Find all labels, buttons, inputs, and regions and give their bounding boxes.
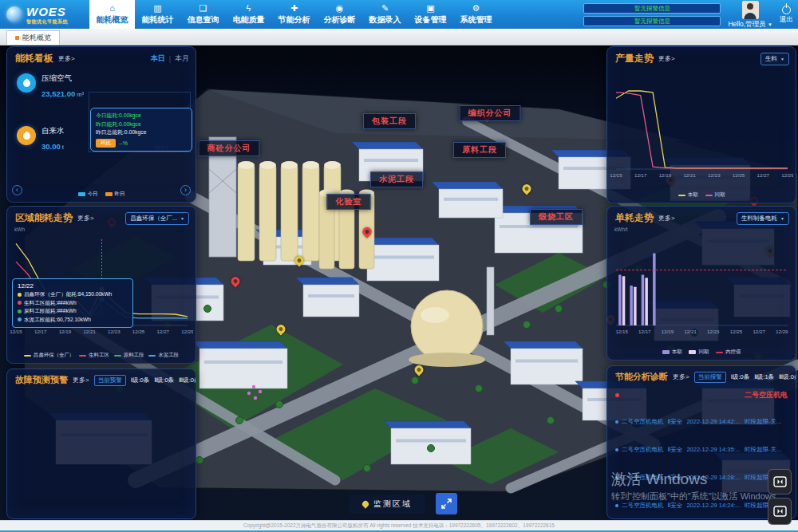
svg-text:12/17: 12/17 (634, 172, 647, 178)
legend-item: 生料工区 (79, 352, 109, 359)
menu-item[interactable]: ▣ 设备管理 (408, 0, 453, 29)
map-area-label[interactable]: 包装工段 (363, 113, 416, 129)
alarm-list-item[interactable]: 二号空压机电机 Ⅱ安全 2022-12-29 14:42:... 时段超限-关.… (615, 408, 789, 435)
main-area: 商砼分公司 包装工段 编织分公司 原料工段 水泥工段 化验室 煅烧工区 能耗看板… (0, 45, 798, 520)
unit-consumption-legend: 本期 同期 内控值 (607, 349, 796, 356)
current-warning-badge[interactable]: 当前预警 (94, 375, 126, 386)
map-area-label[interactable]: 煅烧工区 (530, 209, 583, 225)
more-link[interactable]: 更多> (673, 372, 689, 381)
alarm-level: Ⅱ安全 (668, 474, 683, 481)
map-area-label[interactable]: 编织分公司 (460, 105, 521, 121)
map-area-label[interactable]: 商砼分公司 (199, 140, 260, 156)
map-area-label[interactable]: 原料工段 (453, 142, 506, 158)
droplet-icon (22, 131, 32, 141)
menu-item-icon: ✚ (290, 3, 298, 14)
legend-label: 同期 (698, 349, 709, 356)
menu-item[interactable]: ◉ 分析诊断 (317, 0, 362, 29)
alarm-time: 2022-12-29 14:24:... (686, 502, 741, 509)
alarm-list-item[interactable]: 二号空压机电机 Ⅱ安全 2022-12-29 14:28:... 时段超限-关.… (615, 463, 789, 491)
energy-items: 压缩空气 23,521.00m³ 自来水 30.00t (15, 71, 92, 176)
tooltip-line: 昨日能耗:0.00kgce (96, 120, 187, 129)
tooltip-row: 昌鑫环保（全厂）能耗:84,150.00kWh (18, 290, 128, 299)
menu-item-label: 分析诊断 (324, 14, 356, 26)
legend-label: 昨日 (115, 191, 125, 198)
fullscreen-button[interactable] (436, 493, 457, 514)
product-selector[interactable]: 生料 ▼ (760, 53, 789, 65)
warning-level-count: Ⅲ级:0条 (179, 376, 196, 384)
screen-clip-app-button[interactable] (768, 469, 792, 495)
menu-item[interactable]: ϟ 电能质量 (226, 0, 271, 29)
svg-text:12/23: 12/23 (707, 329, 720, 334)
legend-label: 原料工段 (124, 352, 144, 359)
svg-text:12/21: 12/21 (83, 329, 96, 334)
series-dot (18, 293, 22, 297)
menu-item[interactable]: ⚙ 系统管理 (453, 0, 499, 29)
more-link[interactable]: 更多> (77, 214, 94, 223)
alarm-list: 二号空压机电机 Ⅱ安全 2022-12-29 14:42:... 时段超限-关.… (615, 408, 789, 519)
panel-title: 区域能耗走势 (15, 211, 73, 225)
menu-item-icon: ❏ (200, 3, 207, 14)
tab-strip: 能耗概览 (0, 29, 798, 45)
legend-swatch (79, 355, 86, 357)
alarm-list-item[interactable]: 二号空压机电机 Ⅱ安全 2022-12-29 14:35:... 时段超限-关.… (615, 435, 789, 463)
more-link[interactable]: 更多> (58, 54, 75, 63)
svg-text:12/23: 12/23 (708, 172, 721, 178)
current-alarm-badge[interactable]: 当前报警 (694, 372, 726, 383)
monitor-region-button[interactable]: 监测区域 (349, 495, 425, 514)
menu-item[interactable]: ✚ 节能分析 (271, 0, 317, 29)
svg-text:12/29: 12/29 (181, 329, 193, 334)
more-link[interactable]: 更多> (73, 376, 89, 384)
droplet-icon (22, 78, 32, 89)
legend-label: 昌鑫环保（全厂） (34, 352, 74, 359)
tab-energy-overview[interactable]: 能耗概览 (6, 30, 60, 45)
energy-item[interactable]: 压缩空气 23,521.00m³ (15, 71, 92, 119)
map-area-label[interactable]: 水泥工段 (370, 171, 423, 187)
svg-text:12/23: 12/23 (108, 329, 120, 334)
menu-item[interactable]: ⌂ 能耗概览 (89, 0, 135, 29)
menu-item-icon: ⌂ (109, 3, 115, 14)
menu-item-label: 电能质量 (233, 14, 265, 26)
svg-text:12/21: 12/21 (684, 329, 697, 334)
region-chart-tooltip: 12/22 昌鑫环保（全厂）能耗:84,150.00kWh 生料工区能耗:###… (12, 278, 133, 328)
unit-consumption-chart: 12/1512/1712/1912/2112/2312/2512/2712/29 (610, 234, 793, 336)
legend-item: 原料工段 (114, 352, 144, 359)
more-link[interactable]: 更多> (658, 214, 675, 223)
panel-energy-diagnosis: 节能分析诊断 更多> 当前报警 Ⅰ级:0条Ⅱ级:1条Ⅲ级:0条 二号空压机电 二… (606, 365, 796, 519)
consumption-type-selector[interactable]: 生料制备电耗 ▼ (737, 212, 789, 225)
more-link[interactable]: 更多> (658, 54, 675, 63)
range-tab-month[interactable]: 本月 (175, 53, 189, 64)
energy-item-unit: t (62, 144, 64, 151)
chevron-down-icon: ▼ (780, 57, 784, 61)
y-axis-unit: kWh/t (614, 227, 628, 232)
range-tab-today[interactable]: 本日 (151, 53, 165, 64)
map-area-label[interactable]: 化验室 (327, 194, 371, 210)
chevron-down-icon: ▼ (768, 22, 772, 27)
alarm-level-count: Ⅱ级:1条 (754, 373, 774, 381)
alarm-level-count: Ⅲ级:0条 (779, 373, 796, 381)
svg-text:12/29: 12/29 (776, 329, 788, 334)
series-dot (18, 317, 22, 321)
legend-item: 内控值 (716, 349, 741, 356)
energy-item[interactable]: 自来水 30.00t (15, 124, 92, 171)
svg-text:12/15: 12/15 (10, 329, 22, 334)
panel-production-trend: 产量走势 更多> 生料 ▼ 12/1512/1712/1912/2112/231… (606, 46, 796, 203)
user-menu[interactable]: Hello,管理员 ▼ (728, 1, 772, 28)
logout-button[interactable]: 退出 (780, 6, 793, 23)
svg-text:12/27: 12/27 (753, 329, 765, 334)
svg-text:12/17: 12/17 (638, 329, 651, 334)
menu-item[interactable]: ✎ 数据录入 (362, 0, 408, 29)
menu-item[interactable]: ▥ 能耗统计 (135, 0, 180, 29)
chevron-down-icon: ▼ (180, 216, 184, 221)
power-icon (782, 6, 791, 14)
alarm-list-item[interactable]: 二号空压机电机 Ⅱ安全 2022-12-29 14:24:... 时段超限-..… (615, 491, 789, 519)
warning-level-count: Ⅰ级:0条 (131, 376, 149, 384)
screen-record-app-button[interactable] (768, 498, 792, 525)
menu-item[interactable]: ❏ 信息查询 (180, 0, 226, 29)
panel-title: 故障预测预警 (15, 374, 68, 386)
region-selector[interactable]: 昌鑫环保（全厂... ▼ (125, 212, 189, 225)
svg-text:12/27: 12/27 (157, 329, 170, 334)
alarm-device: 二号空压机电机 (622, 474, 664, 481)
copyright-text: Copyright@2015-2022万洲电气股份有限公司版权所有 All ri… (0, 521, 798, 530)
svg-text:12/17: 12/17 (34, 329, 47, 334)
energy-item-unit: m³ (77, 91, 84, 98)
